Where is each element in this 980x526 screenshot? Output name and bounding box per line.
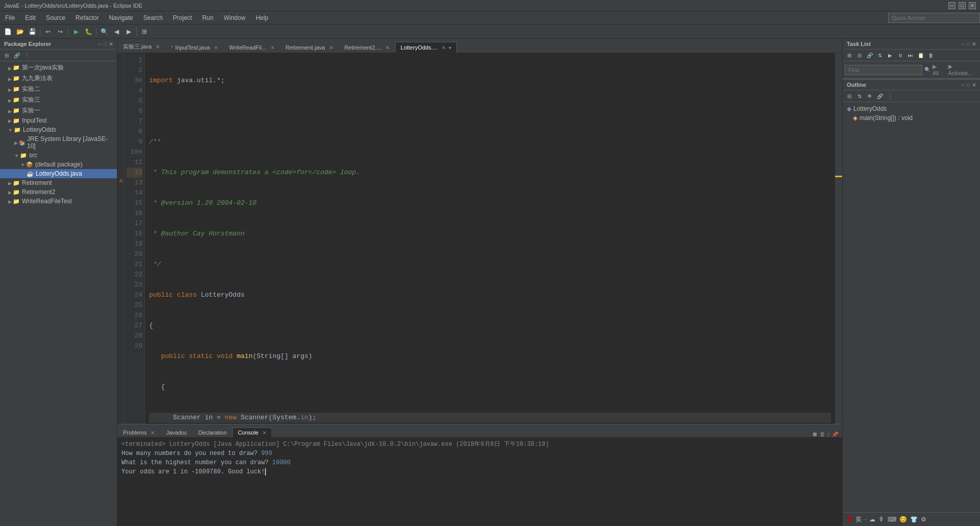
ime-mic[interactable]: 🎙 (878, 516, 885, 523)
tl-btn3[interactable]: 🔗 (865, 51, 874, 60)
pe-maximize-btn[interactable]: □ (104, 41, 107, 47)
new-btn[interactable]: 📄 (2, 26, 13, 37)
ime-mode[interactable]: ☁ (869, 516, 875, 523)
console-content[interactable]: <terminated> LotteryOdds [Java Applicati… (117, 438, 842, 526)
task-list-maximize-btn[interactable]: □ (967, 41, 970, 47)
tree-item-99[interactable]: 九九乘法表 (0, 73, 117, 84)
tab-writeread[interactable]: WriteReadFil... ✕ (224, 42, 280, 53)
menu-project[interactable]: Project (168, 12, 197, 23)
tl-btn6[interactable]: ⏸ (896, 51, 905, 60)
perspective-btn[interactable]: ⊞ (139, 26, 150, 37)
find-icon[interactable]: 🔍 (924, 67, 930, 73)
console-scroll-btn[interactable]: ↕ (827, 431, 830, 437)
all-label[interactable]: ▶ All (933, 63, 944, 76)
undo-btn[interactable]: ↩ (42, 26, 54, 37)
tl-btn5[interactable]: ▶ (886, 51, 895, 60)
redo-btn[interactable]: ↪ (55, 26, 66, 37)
outline-hide-btn[interactable]: 👁 (865, 91, 874, 101)
activate-label[interactable]: ▶ Activate... (948, 63, 978, 76)
pe-minimize-btn[interactable]: ─ (98, 41, 102, 47)
tree-item-jre[interactable]: 📚 JRE System Library [JavaSE-10] (0, 134, 117, 151)
debug-btn[interactable]: 🐛 (83, 26, 94, 37)
tab-close-console[interactable]: ✕ (262, 430, 266, 436)
menu-help[interactable]: Help (251, 12, 274, 23)
tree-item-exp3[interactable]: 实验三 (0, 94, 117, 105)
tl-btn1[interactable]: ⊞ (845, 51, 854, 60)
console-pin-btn[interactable]: 📌 (832, 432, 838, 437)
code-content[interactable]: import java.util.*; /** * This program d… (145, 53, 835, 424)
ime-tshirt[interactable]: 👕 (910, 516, 918, 523)
ime-emoji[interactable]: 😊 (899, 516, 907, 523)
tl-btn2[interactable]: ⊟ (855, 51, 864, 60)
outline-menu-btn[interactable]: ⋮ (886, 91, 895, 101)
tab-pin-btn[interactable]: ▾ (449, 45, 451, 51)
tab-close-writeread[interactable]: ✕ (271, 45, 275, 51)
tab-exp3[interactable]: 实验三.java ✕ (117, 40, 165, 53)
tree-item-retirement2[interactable]: Retirement2 (0, 187, 117, 197)
console-stop-btn[interactable]: ⏹ (812, 431, 818, 437)
task-list-minimize-btn[interactable]: ─ (961, 41, 965, 47)
tl-btn8[interactable]: 📋 (916, 51, 925, 60)
tab-javadoc[interactable]: Javadoc (160, 427, 192, 437)
prev-btn[interactable]: ◀ (111, 26, 122, 37)
tab-console[interactable]: Console ✕ (232, 427, 272, 437)
tree-item-lotteryodds-java[interactable]: LotteryOdds.java (0, 169, 117, 178)
open-btn[interactable]: 📂 (14, 26, 26, 37)
tab-close-retirement2[interactable]: ✕ (385, 45, 389, 51)
menu-refactor[interactable]: Refactor (70, 12, 104, 23)
pe-link-btn[interactable]: 🔗 (12, 51, 21, 60)
ime-keyboard[interactable]: ⌨ (888, 516, 896, 523)
next-btn[interactable]: ▶ (123, 26, 134, 37)
pe-close-btn[interactable]: ✕ (109, 41, 113, 47)
outline-maximize-btn[interactable]: □ (967, 82, 970, 88)
tl-btn9[interactable]: 🗑 (926, 51, 936, 60)
pe-menu-btn[interactable]: ⋮ (22, 51, 32, 60)
outline-minimize-btn[interactable]: ─ (961, 82, 965, 88)
minimize-btn[interactable]: ─ (948, 2, 955, 9)
task-list-close-btn[interactable]: ✕ (972, 41, 976, 47)
menu-file[interactable]: File (0, 12, 20, 23)
tab-close-problems[interactable]: ✕ (151, 430, 155, 436)
tab-close-inputtest[interactable]: ✕ (214, 45, 218, 51)
tree-item-writeread[interactable]: WriteReadFileTest (0, 197, 117, 206)
save-btn[interactable]: 💾 (27, 26, 38, 37)
menu-window[interactable]: Window (218, 12, 251, 23)
menu-run[interactable]: Run (197, 12, 218, 23)
tl-btn4[interactable]: ⇅ (875, 51, 885, 60)
tab-close-exp3[interactable]: ✕ (156, 44, 160, 50)
menu-source[interactable]: Source (41, 12, 70, 23)
tree-item-java1[interactable]: 第一次java实验 (0, 62, 117, 73)
outline-link-btn[interactable]: 🔗 (875, 91, 885, 101)
tab-retirement2[interactable]: Retirement2.... ✕ (339, 42, 395, 53)
outline-item-class[interactable]: ◆ LotteryOdds (845, 104, 978, 113)
tab-problems[interactable]: Problems ✕ (117, 427, 160, 437)
maximize-btn[interactable]: □ (959, 2, 966, 9)
tree-item-exp1[interactable]: 实验一 (0, 105, 117, 116)
task-list-find-input[interactable] (845, 65, 922, 75)
tl-btn7[interactable]: ⏭ (906, 51, 915, 60)
tree-item-default-pkg[interactable]: (default package) (0, 160, 117, 169)
tree-item-inputtest[interactable]: InputTest (0, 116, 117, 125)
tree-item-retirement[interactable]: Retirement (0, 178, 117, 187)
tab-retirement[interactable]: Retirement.java ✕ (280, 42, 339, 53)
tab-declaration[interactable]: Declaration (192, 427, 232, 437)
search-btn[interactable]: 🔍 (99, 26, 110, 37)
outline-close-btn[interactable]: ✕ (972, 82, 976, 88)
close-btn[interactable]: ✕ (969, 2, 976, 9)
outline-sort-btn[interactable]: ⇅ (855, 91, 864, 101)
menu-search[interactable]: Search (138, 12, 168, 23)
tree-item-exp2[interactable]: 实验二 (0, 84, 117, 94)
tab-close-retirement[interactable]: ✕ (329, 45, 333, 51)
tab-inputtest[interactable]: * InputTest.java ✕ (165, 42, 224, 53)
outline-item-main[interactable]: ◈ main(String[]) : void (845, 113, 978, 123)
tree-item-src[interactable]: src (0, 151, 117, 160)
quick-access-input[interactable] (888, 13, 980, 23)
ime-settings[interactable]: ⚙ (921, 516, 926, 523)
tab-close-lotteryodds[interactable]: ✕ (442, 45, 446, 51)
console-clear-btn[interactable]: 🗑 (820, 431, 825, 437)
run-btn[interactable]: ▶ (70, 26, 82, 37)
tab-lotteryodds[interactable]: LotteryOdds.... ✕ ▾ (395, 42, 457, 53)
pe-collapse-btn[interactable]: ⊟ (2, 51, 11, 60)
menu-navigate[interactable]: Navigate (104, 12, 138, 23)
outline-collapse-btn[interactable]: ⊟ (845, 91, 854, 101)
